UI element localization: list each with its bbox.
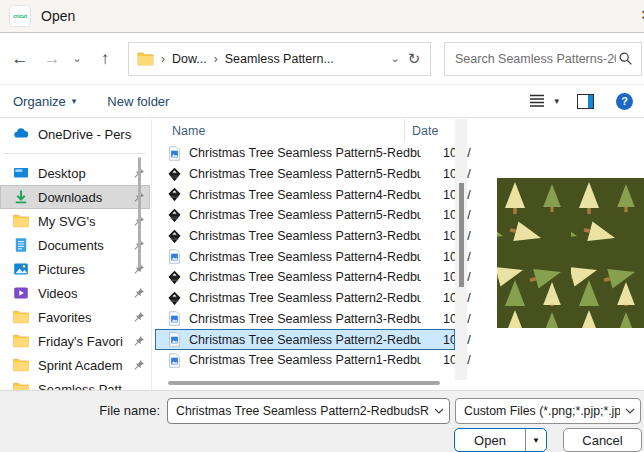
sidebar-item-sprint-academ[interactable]: Sprint Academ — [0, 353, 150, 377]
folder-icon — [13, 309, 29, 325]
close-icon[interactable]: ✕ — [640, 7, 644, 23]
pin-icon — [132, 359, 145, 372]
list-horizontal-scrollbar-thumb[interactable] — [168, 381, 440, 385]
sidebar: OneDrive - Person Desktop Downloads My S… — [0, 119, 150, 390]
file-type-chevron-icon[interactable] — [620, 408, 640, 414]
search-box[interactable] — [444, 42, 642, 76]
file-name-text: Christmas Tree Seamless Pattern2-Redbu..… — [189, 333, 421, 347]
breadcrumb-downloads[interactable]: Dow... — [172, 52, 207, 66]
file-row[interactable]: Christmas Tree Seamless Pattern4-Redbu..… — [155, 184, 455, 205]
cancel-button[interactable]: Cancel — [563, 428, 642, 452]
address-bar[interactable]: › Dow... › Seamless Pattern... ⌄ ↻ — [128, 42, 431, 76]
sidebar-item-label: Documents — [38, 238, 132, 253]
open-dialog: cricut Open ✕ ← → ⌄ ↑ › Dow... › Seamles… — [0, 0, 644, 452]
open-dropdown-caret-icon[interactable]: ▼ — [525, 429, 546, 451]
file-row[interactable]: Christmas Tree Seamless Pattern3-Redbu..… — [155, 226, 455, 247]
pin-icon — [132, 287, 145, 300]
file-name-text: Christmas Tree Seamless Pattern5-Redbu..… — [189, 208, 421, 222]
file-row[interactable]: Christmas Tree Seamless Pattern5-Redbu..… — [155, 143, 455, 164]
sidebar-item-label: Pictures — [38, 262, 132, 277]
image-file-icon — [167, 311, 182, 327]
file-name-text: Christmas Tree Seamless Pattern4-Redbu..… — [189, 270, 421, 284]
image-file-icon — [167, 332, 182, 348]
downloads-icon — [13, 189, 29, 205]
file-name-text: Christmas Tree Seamless Pattern1-Redbu..… — [189, 353, 421, 367]
inkscape-file-icon — [167, 187, 182, 203]
file-row[interactable]: Christmas Tree Seamless Pattern3-Redbu..… — [155, 309, 455, 330]
breadcrumb-current-folder[interactable]: Seamless Pattern... — [225, 52, 334, 66]
preview-pane-toggle-icon[interactable] — [577, 94, 594, 109]
forward-icon[interactable]: → — [41, 49, 63, 69]
sidebar-separator — [4, 153, 146, 154]
file-row[interactable]: Christmas Tree Seamless Pattern5-Redbu..… — [155, 205, 455, 226]
sidebar-item-pictures[interactable]: Pictures — [0, 257, 150, 281]
sidebar-item-label: Favorites — [38, 310, 132, 325]
pictures-icon — [13, 261, 29, 277]
file-row[interactable]: Christmas Tree Seamless Pattern2-Redbu..… — [155, 329, 455, 350]
recent-locations-chevron-icon[interactable]: ⌄ — [69, 52, 85, 65]
organize-caret-icon: ▾ — [72, 96, 77, 106]
file-row[interactable]: Christmas Tree Seamless Pattern5-Redbu..… — [155, 164, 455, 185]
inkscape-file-icon — [167, 207, 182, 223]
file-list: Name Date Christmas Tree Seamless Patter… — [155, 119, 467, 390]
sidebar-item-onedrive-person[interactable]: OneDrive - Person — [0, 122, 150, 146]
file-type-combo[interactable]: Custom Files (*.png;*.pjp;*.jpg; — [455, 398, 641, 424]
sidebar-item-videos[interactable]: Videos — [0, 281, 150, 305]
sidebar-item-favorites[interactable]: Favorites — [0, 305, 150, 329]
sidebar-item-label: OneDrive - Person — [38, 127, 132, 142]
sidebar-scrollbar[interactable] — [138, 157, 141, 268]
open-button[interactable]: Open ▼ — [454, 428, 547, 452]
image-file-icon — [167, 249, 182, 265]
breadcrumb-separator-icon: › — [161, 52, 165, 66]
file-type-value: Custom Files (*.png;*.pjp;*.jpg; — [456, 404, 620, 418]
refresh-icon[interactable]: ↻ — [404, 50, 424, 68]
views-caret-icon[interactable]: ▾ — [554, 96, 559, 106]
pin-icon — [132, 335, 145, 348]
sidebar-item-documents[interactable]: Documents — [0, 233, 150, 257]
file-rows: Christmas Tree Seamless Pattern5-Redbu..… — [155, 143, 455, 371]
organize-button[interactable]: Organize — [13, 94, 66, 109]
pattern-preview-image — [497, 178, 644, 328]
sidebar-item-label: My SVG's — [38, 214, 132, 229]
main-content: OneDrive - Person Desktop Downloads My S… — [0, 119, 644, 390]
file-row[interactable]: Christmas Tree Seamless Pattern1-Redbu..… — [155, 350, 455, 371]
sidebar-item-desktop[interactable]: Desktop — [0, 161, 150, 185]
sidebar-item-label: Sprint Academ — [38, 358, 132, 373]
list-scrollbar-thumb[interactable] — [459, 183, 464, 287]
new-folder-button[interactable]: New folder — [107, 94, 169, 109]
command-toolbar: Organize ▾ New folder ▾ ? — [0, 84, 644, 118]
sidebar-item-my-svg-s[interactable]: My SVG's — [0, 209, 150, 233]
sidebar-item-seamless-patt[interactable]: Seamless Patt — [0, 377, 150, 390]
sidebar-item-downloads[interactable]: Downloads — [0, 185, 150, 209]
help-icon[interactable]: ? — [616, 93, 633, 110]
column-header-name[interactable]: Name — [155, 124, 404, 138]
desktop-icon — [13, 165, 29, 181]
search-input[interactable] — [453, 51, 618, 67]
up-icon[interactable]: ↑ — [94, 49, 116, 69]
dialog-footer: File name: Custom Files (*.png;*.pjp;*.j… — [0, 390, 644, 452]
inkscape-file-icon — [167, 228, 182, 244]
sidebar-item-label: Seamless Patt — [38, 382, 132, 391]
back-icon[interactable]: ← — [9, 49, 31, 69]
file-name-text: Christmas Tree Seamless Pattern2-Redbu..… — [189, 291, 421, 305]
sidebar-item-label: Downloads — [38, 190, 132, 205]
file-name-input[interactable] — [168, 404, 429, 418]
address-dropdown-chevron-icon[interactable]: ⌄ — [386, 52, 404, 65]
inkscape-file-icon — [167, 290, 182, 306]
file-row[interactable]: Christmas Tree Seamless Pattern4-Redbu..… — [155, 267, 455, 288]
file-name-text: Christmas Tree Seamless Pattern4-Redbu..… — [189, 250, 421, 264]
list-view-icon[interactable] — [529, 94, 545, 108]
file-name-text: Christmas Tree Seamless Pattern4-Redbu..… — [189, 188, 421, 202]
sidebar-item-label: Desktop — [38, 166, 132, 181]
file-name-text: Christmas Tree Seamless Pattern5-Redbu..… — [189, 146, 421, 160]
folder-icon — [13, 333, 29, 349]
sidebar-item-friday-s-favori[interactable]: Friday's Favori — [0, 329, 150, 353]
file-name-text: Christmas Tree Seamless Pattern3-Redbu..… — [189, 312, 421, 326]
file-row[interactable]: Christmas Tree Seamless Pattern4-Redbu..… — [155, 246, 455, 267]
file-name-combo[interactable] — [167, 398, 450, 424]
folder-icon — [13, 213, 29, 229]
file-row[interactable]: Christmas Tree Seamless Pattern2-Redbu..… — [155, 288, 455, 309]
file-name-chevron-icon[interactable] — [429, 408, 449, 414]
preview-pane — [480, 119, 644, 390]
folder-icon — [137, 52, 154, 66]
